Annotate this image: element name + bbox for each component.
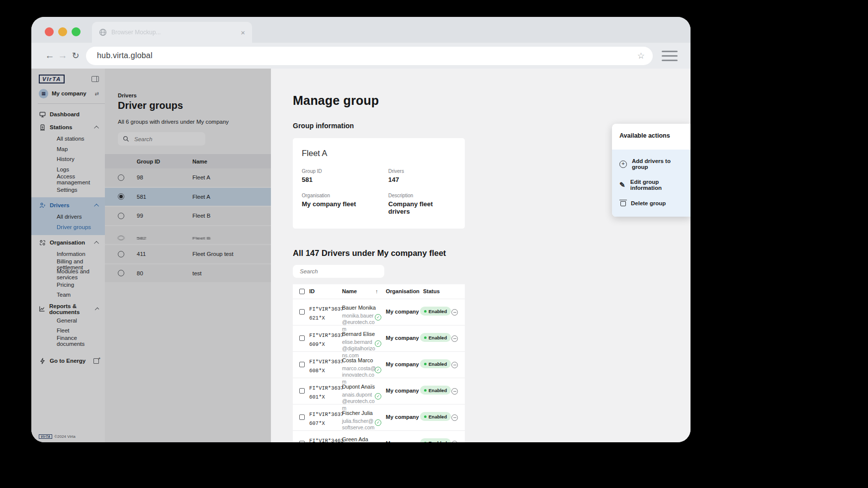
status-badge: Enabled [420,359,451,368]
pencil-icon: ✎ [619,181,625,189]
verified-check-icon: ✓ [375,419,381,426]
field-description: Description Company fleet drivers [388,193,456,215]
driver-id: FI*VIR*3637 601*X [309,384,344,402]
remove-driver-icon[interactable] [451,309,458,316]
group-name: Fleet A [302,149,456,158]
group-info-card: Fleet A Group ID 581 Drivers 147 Organis… [293,138,465,229]
driver-id: FI*VIR*3637 608*X [309,357,344,376]
driver-name: Bernard Elise [342,331,375,337]
column-organisation: Organisation [386,288,420,294]
field-value: 147 [388,176,456,183]
driver-name: Dupont Anaïs [342,384,375,390]
driver-id: FI*VIR*3463 995*X [309,436,344,442]
driver-row[interactable]: FI*VIR*3637 621*X Bauer Monika monika.ba… [293,299,465,325]
url-text[interactable]: hub.virta.global [97,51,153,60]
column-id: ID [309,288,315,294]
drivers-search-input[interactable] [299,268,360,275]
minimize-window-button[interactable] [58,27,67,36]
sort-asc-icon[interactable]: ↑ [375,288,378,294]
status-badge: Enabled [420,333,451,342]
trash-icon [620,200,626,206]
status-dot [424,415,427,418]
driver-email: julia.fischer@softserve.com [342,418,376,431]
field-label: Organisation [302,193,388,198]
remove-driver-icon[interactable] [451,441,458,442]
back-icon[interactable]: ← [43,50,56,61]
field-group-id: Group ID 581 [302,168,388,183]
browser-tab[interactable]: Browser Mockup... × [92,22,252,43]
driver-name: Green Ada [342,436,368,442]
status-dot [424,363,427,365]
column-status: Status [423,288,440,294]
browser-toolbar: ← → ↻ hub.virta.global ☆ [31,43,691,69]
page-title: Manage group [293,93,691,108]
row-checkbox[interactable] [299,335,305,341]
actions-title: Available actions [612,124,691,150]
actions-list: + Add drivers to group ✎ Edit group info… [612,150,691,217]
tab-strip: Browser Mockup... × [31,17,691,43]
row-checkbox[interactable] [299,362,305,367]
status-dot [424,442,427,443]
driver-id: FI*VIR*3637 609*X [309,331,344,349]
column-name[interactable]: Name [342,288,357,294]
plus-circle-icon: + [619,161,627,168]
driver-row[interactable]: FI*VIR*3637 601*X Dupont Anaïs anais.dup… [293,378,465,405]
status-dot [424,336,427,339]
remove-driver-icon[interactable] [451,335,458,342]
status-badge: Enabled [420,307,451,316]
dim-overlay [31,69,271,442]
row-checkbox[interactable] [299,414,305,420]
available-actions-panel: Available actions + Add drivers to group… [612,124,691,217]
action-label: Add drivers to group [632,158,683,170]
row-checkbox[interactable] [299,309,305,315]
driver-row[interactable]: FI*VIR*3637 609*X Bernard Elise elise.be… [293,325,465,352]
remove-driver-icon[interactable] [451,414,458,421]
action-label: Delete group [631,200,666,206]
maximize-window-button[interactable] [72,27,81,36]
browser-window: Browser Mockup... × ← → ↻ hub.virta.glob… [31,17,691,442]
driver-row[interactable]: FI*VIR*3637 608*X Costa Marco marco.cost… [293,352,465,378]
globe-icon [99,28,107,36]
status-badge: Enabled [420,438,451,442]
status-badge: Enabled [420,386,451,395]
verified-check-icon: ✓ [375,367,381,373]
driver-name: Bauer Monika [342,305,376,311]
field-drivers: Drivers 147 [388,168,456,183]
forward-icon[interactable]: → [56,50,69,61]
drivers-table-header: ID Name ↑ Organisation Status [293,284,465,299]
select-all-checkbox[interactable] [299,289,305,294]
edit-group-information-button[interactable]: ✎ Edit group information [612,174,691,195]
tab-title: Browser Mockup... [111,29,236,36]
bookmark-star-icon[interactable]: ☆ [637,51,645,61]
main-content: Manage group Group information Fleet A G… [271,69,691,442]
drivers-table: ID Name ↑ Organisation Status FI*VIR*363… [293,284,465,442]
reload-icon[interactable]: ↻ [69,50,82,61]
field-value: Company fleet drivers [388,200,456,215]
url-bar[interactable]: hub.virta.global ☆ [86,47,653,65]
close-window-button[interactable] [45,27,54,36]
driver-row[interactable]: FI*VIR*3637 607*X Fischer Julia julia.fi… [293,405,465,431]
status-dot [424,310,427,313]
field-value: 581 [302,176,388,183]
field-value: My company fleet [302,200,388,208]
driver-name: Fischer Julia [342,410,373,416]
driver-id: FI*VIR*3637 607*X [309,410,344,428]
add-drivers-to-group-button[interactable]: + Add drivers to group [612,154,691,174]
drivers-search-box[interactable] [293,265,384,278]
field-label: Description [388,193,456,198]
field-organisation: Organisation My company fleet [302,193,388,215]
row-checkbox[interactable] [299,441,305,442]
status-dot [424,389,427,392]
driver-name: Costa Marco [342,357,373,363]
status-badge: Enabled [420,412,451,421]
traffic-lights [45,27,81,36]
remove-driver-icon[interactable] [451,362,458,368]
delete-group-button[interactable]: Delete group [612,195,691,211]
row-checkbox[interactable] [299,388,305,394]
menu-icon[interactable] [662,51,678,61]
verified-check-icon: ✓ [375,393,381,400]
tab-close-icon[interactable]: × [241,29,245,36]
remove-driver-icon[interactable] [451,388,458,395]
driver-row[interactable]: FI*VIR*3463 995*X Green Ada ada.green.ft… [293,431,465,442]
field-label: Drivers [388,168,456,174]
